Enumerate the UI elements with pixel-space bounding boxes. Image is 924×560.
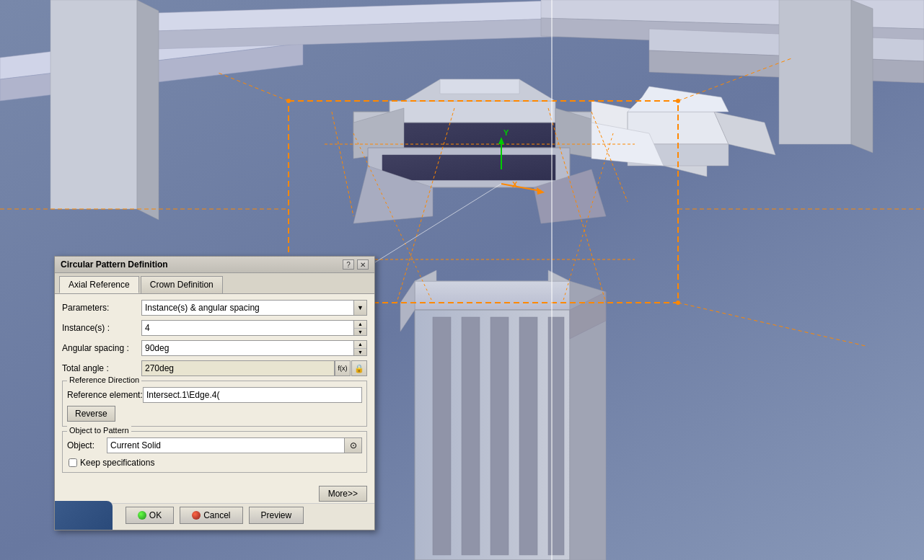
svg-marker-11	[779, 0, 851, 144]
reference-element-label: Reference element:	[67, 390, 143, 400]
total-angle-wrap: f(x) 🔒	[141, 360, 367, 376]
parameters-select-arrow[interactable]: ▼	[354, 300, 367, 316]
ok-green-dot	[138, 511, 146, 520]
svg-marker-26	[415, 281, 570, 310]
cancel-button[interactable]: Cancel	[180, 507, 242, 524]
object-to-pattern-legend: Object to Pattern	[67, 426, 131, 435]
ok-label: OK	[149, 510, 162, 520]
close-button[interactable]: ✕	[357, 259, 369, 270]
svg-marker-12	[851, 0, 873, 153]
cancel-red-dot	[192, 511, 201, 520]
instances-spinner-up[interactable]: ▲	[354, 321, 366, 329]
parameters-row: Parameters: Instance(s) & angular spacin…	[62, 300, 367, 316]
svg-point-55	[676, 99, 680, 103]
more-button[interactable]: More>>	[319, 486, 367, 502]
svg-marker-15	[390, 101, 555, 123]
preview-button[interactable]: Preview	[249, 507, 304, 524]
dialog-titlebar: Circular Pattern Definition ? ✕	[55, 257, 374, 273]
reference-direction-group: Reference Direction Reference element: R…	[62, 381, 367, 427]
instances-spinner[interactable]: ▲ ▼	[354, 320, 367, 336]
svg-rect-30	[462, 317, 480, 555]
instances-row: Instance(s) : ▲ ▼	[62, 320, 367, 336]
svg-marker-14	[375, 119, 570, 148]
total-angle-label: Total angle :	[62, 363, 141, 373]
angular-spacing-row: Angular spacing : ▲ ▼	[62, 340, 367, 356]
svg-marker-23	[440, 79, 519, 94]
object-row: Object: ⊙	[67, 437, 362, 453]
instances-input[interactable]	[141, 320, 354, 336]
parameters-select-wrap: Instance(s) & angular spacing ▼	[141, 300, 367, 316]
lock-icon: 🔒	[354, 364, 364, 373]
svg-text:X: X	[512, 180, 518, 189]
keep-specs-row: Keep specifications	[69, 458, 362, 468]
parameters-label: Parameters:	[62, 303, 141, 313]
lock-icon-button[interactable]: 🔒	[351, 360, 367, 376]
instances-label: Instance(s) :	[62, 323, 141, 333]
circular-pattern-dialog: Circular Pattern Definition ? ✕ Axial Re…	[54, 256, 375, 530]
svg-rect-33	[548, 317, 564, 555]
cancel-label: Cancel	[203, 510, 230, 520]
object-select-button[interactable]: ⊙	[345, 437, 362, 453]
titlebar-buttons: ? ✕	[343, 259, 369, 270]
angular-spacing-label: Angular spacing :	[62, 343, 141, 353]
object-label: Object:	[67, 440, 107, 450]
preview-label: Preview	[261, 510, 292, 520]
angular-spacing-spinner-up[interactable]: ▲	[354, 341, 366, 349]
svg-text:Y: Y	[503, 128, 509, 137]
keep-specs-checkbox[interactable]	[69, 458, 77, 467]
angular-spacing-spinner[interactable]: ▲ ▼	[354, 340, 367, 356]
footer-top: More>>	[55, 483, 374, 503]
angular-spacing-spinner-down[interactable]: ▼	[354, 349, 366, 356]
total-angle-icons: f(x) 🔒	[335, 360, 367, 376]
tab-axial-reference[interactable]: Axial Reference	[59, 276, 139, 293]
tab-crown-definition[interactable]: Crown Definition	[141, 276, 223, 293]
dialog-title: Circular Pattern Definition	[61, 259, 168, 270]
total-angle-input[interactable]	[141, 360, 335, 376]
dialog-tabs: Axial Reference Crown Definition	[55, 273, 374, 294]
dialog-content: Parameters: Instance(s) & angular spacin…	[55, 294, 374, 483]
angular-spacing-input[interactable]	[141, 340, 354, 356]
keep-specs-label: Keep specifications	[80, 458, 154, 468]
svg-point-57	[676, 301, 680, 305]
reference-direction-legend: Reference Direction	[67, 375, 141, 384]
select-obj-icon: ⊙	[350, 440, 357, 450]
formula-icon-button[interactable]: f(x)	[335, 360, 351, 376]
ok-button[interactable]: OK	[126, 507, 174, 524]
svg-point-54	[286, 99, 291, 103]
svg-rect-32	[519, 317, 537, 555]
dialog-logo	[55, 501, 113, 530]
reference-element-input[interactable]	[143, 387, 362, 403]
svg-marker-9	[50, 0, 137, 209]
help-button[interactable]: ?	[343, 259, 354, 270]
formula-icon: f(x)	[338, 365, 348, 372]
instances-spinner-down[interactable]: ▼	[354, 329, 366, 336]
svg-marker-19	[382, 155, 555, 180]
svg-rect-31	[490, 317, 509, 555]
svg-marker-10	[137, 0, 159, 220]
reverse-button[interactable]: Reverse	[67, 406, 115, 422]
object-to-pattern-group: Object to Pattern Object: ⊙ Keep specifi…	[62, 431, 367, 473]
reference-element-row: Reference element:	[67, 387, 362, 403]
svg-rect-29	[433, 317, 451, 555]
total-angle-row: Total angle : f(x) 🔒	[62, 360, 367, 376]
object-input[interactable]	[107, 437, 345, 453]
parameters-select[interactable]: Instance(s) & angular spacing	[141, 300, 354, 316]
